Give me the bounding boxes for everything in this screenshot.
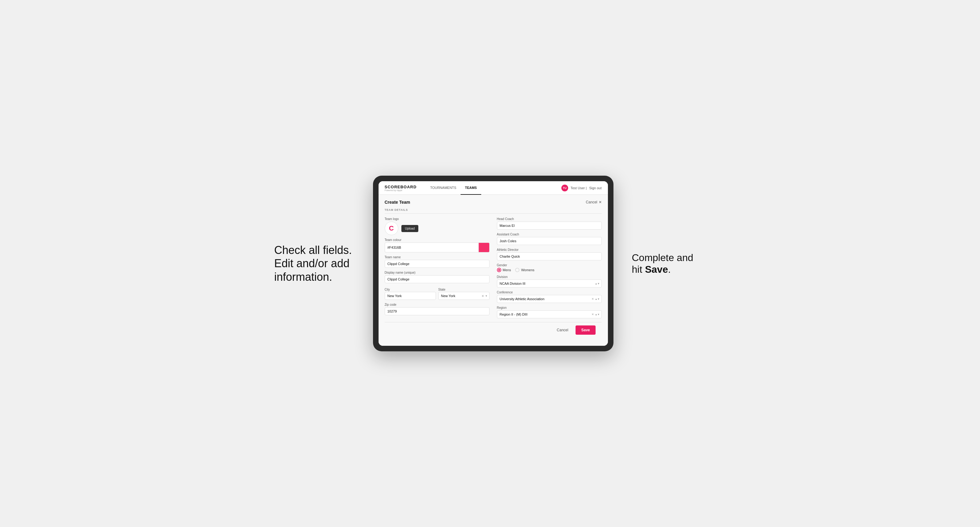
- close-icon: ✕: [599, 200, 602, 204]
- gender-mens-option[interactable]: Mens: [497, 268, 511, 272]
- team-logo-area: C Upload: [385, 222, 490, 235]
- head-coach-label: Head Coach: [497, 217, 602, 221]
- city-input[interactable]: [385, 292, 436, 300]
- region-icons: ✕ ▲▼: [592, 313, 600, 316]
- division-group: Division ▲▼: [497, 275, 602, 287]
- upload-button[interactable]: Upload: [401, 225, 418, 232]
- head-coach-input[interactable]: [497, 222, 602, 230]
- conference-clear-icon[interactable]: ✕: [592, 297, 594, 300]
- region-caret-icon: ▲▼: [595, 313, 600, 316]
- conference-group: Conference ✕ ▲▼: [497, 290, 602, 303]
- conference-input-wrap: ✕ ▲▼: [497, 295, 602, 303]
- form-left: Team logo C Upload Team colour: [385, 217, 490, 318]
- region-input-wrap: ✕ ▲▼: [497, 310, 602, 318]
- division-label: Division: [497, 275, 602, 279]
- state-label: State: [438, 288, 445, 291]
- city-label: City: [385, 288, 390, 291]
- user-avatar: TU: [562, 185, 568, 191]
- region-input[interactable]: [497, 310, 602, 318]
- display-name-input[interactable]: [385, 275, 490, 283]
- annotation-line3: information.: [274, 271, 332, 283]
- conference-caret-icon: ▲▼: [595, 298, 600, 300]
- assistant-coach-group: Assistant Coach: [497, 233, 602, 245]
- right-annotation: Complete and hit Save.: [632, 252, 706, 276]
- conference-label: Conference: [497, 290, 602, 294]
- athletic-director-label: Athletic Director: [497, 248, 602, 251]
- form-grid: Team logo C Upload Team colour: [385, 217, 602, 318]
- division-input-wrap: ▲▼: [497, 279, 602, 287]
- tablet-screen: SCOREBOARD Powered by clippd TOURNAMENTS…: [379, 181, 608, 346]
- logo-sub-text: Powered by clippd: [385, 189, 417, 191]
- state-caret-icon: ▼: [485, 295, 488, 297]
- page-header: Create Team Cancel ✕: [385, 200, 602, 205]
- navbar-right: TU Test User | Sign out: [562, 185, 602, 191]
- gender-womens-radio[interactable]: [515, 268, 519, 272]
- region-clear-icon[interactable]: ✕: [592, 313, 594, 316]
- app-logo: SCOREBOARD Powered by clippd: [385, 185, 417, 191]
- team-name-input[interactable]: [385, 260, 490, 268]
- display-name-group: Display name (unique): [385, 271, 490, 283]
- athletic-director-group: Athletic Director: [497, 248, 602, 260]
- gender-mens-radio[interactable]: [497, 268, 501, 272]
- gender-group: Gender Mens Womens: [497, 264, 602, 272]
- annotation-line2: Edit and/or add: [274, 257, 350, 270]
- navbar: SCOREBOARD Powered by clippd TOURNAMENTS…: [379, 181, 608, 195]
- conference-icons: ✕ ▲▼: [592, 297, 600, 300]
- tab-tournaments[interactable]: TOURNAMENTS: [426, 181, 461, 195]
- right-annotation-line1: Complete and: [632, 252, 693, 263]
- color-swatch[interactable]: [479, 243, 490, 252]
- navbar-tabs: TOURNAMENTS TEAMS: [426, 181, 561, 195]
- conference-input[interactable]: [497, 295, 602, 303]
- form-right: Head Coach Assistant Coach Athletic Dire…: [497, 217, 602, 318]
- annotation-line1: Check all fields.: [274, 244, 352, 256]
- cancel-button[interactable]: Cancel: [552, 325, 573, 335]
- state-clear-icon[interactable]: ✕: [482, 294, 484, 298]
- save-button[interactable]: Save: [576, 325, 595, 335]
- division-caret-icon: ▲▼: [595, 282, 600, 285]
- division-icons: ▲▼: [595, 282, 600, 285]
- logo-main-text: SCOREBOARD: [385, 185, 417, 189]
- team-colour-label: Team colour: [385, 238, 490, 241]
- right-annotation-line2-normal: hit: [632, 264, 645, 275]
- user-label: Test User |: [571, 186, 587, 190]
- gender-label: Gender: [497, 264, 602, 267]
- main-content: Create Team Cancel ✕ TEAM DETAILS Team l…: [379, 195, 608, 346]
- city-group: City: [385, 286, 436, 300]
- city-state-row: City State ✕ ▼: [385, 286, 490, 300]
- right-annotation-save: Save: [645, 264, 668, 275]
- zip-code-group: Zip code: [385, 303, 490, 315]
- assistant-coach-input[interactable]: [497, 237, 602, 245]
- zip-input[interactable]: [385, 307, 490, 315]
- display-name-label: Display name (unique): [385, 271, 490, 274]
- page-title: Create Team: [385, 200, 410, 205]
- logo-circle: C: [385, 222, 398, 235]
- left-annotation: Check all fields. Edit and/or add inform…: [274, 243, 355, 284]
- team-logo-group: Team logo C Upload: [385, 217, 490, 235]
- tablet-frame: SCOREBOARD Powered by clippd TOURNAMENTS…: [373, 176, 614, 351]
- team-colour-group: Team colour: [385, 238, 490, 252]
- team-logo-label: Team logo: [385, 217, 490, 221]
- color-input-row: [385, 243, 490, 252]
- form-footer: Cancel Save: [385, 322, 602, 338]
- tab-teams[interactable]: TEAMS: [461, 181, 481, 195]
- region-group: Region ✕ ▲▼: [497, 306, 602, 318]
- cancel-x-button[interactable]: Cancel ✕: [586, 200, 601, 204]
- city-state-group: City State ✕ ▼: [385, 286, 490, 300]
- gender-row: Mens Womens: [497, 268, 602, 272]
- athletic-director-input[interactable]: [497, 252, 602, 260]
- team-name-label: Team name: [385, 256, 490, 259]
- state-group: State ✕ ▼: [438, 286, 490, 300]
- region-label: Region: [497, 306, 602, 310]
- state-input-wrap: ✕ ▼: [438, 292, 490, 300]
- signout-link[interactable]: Sign out: [589, 186, 601, 190]
- assistant-coach-label: Assistant Coach: [497, 233, 602, 236]
- team-name-group: Team name: [385, 256, 490, 268]
- head-coach-group: Head Coach: [497, 217, 602, 230]
- right-annotation-end: .: [668, 264, 671, 275]
- team-colour-input[interactable]: [385, 243, 479, 252]
- gender-womens-option[interactable]: Womens: [515, 268, 534, 272]
- zip-label: Zip code: [385, 303, 490, 306]
- section-label: TEAM DETAILS: [385, 208, 602, 214]
- division-input[interactable]: [497, 279, 602, 287]
